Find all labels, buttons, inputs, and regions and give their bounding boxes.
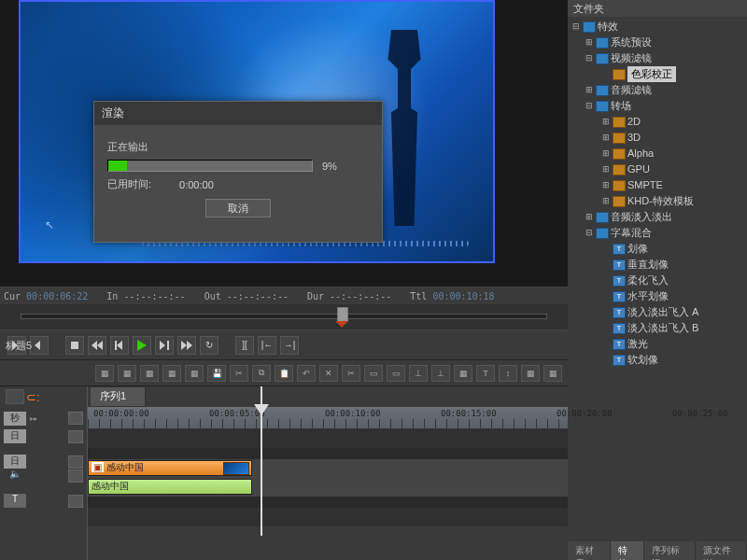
rewind-button[interactable]	[88, 336, 106, 355]
svg-rect-2	[71, 342, 78, 349]
progress-fill	[108, 161, 127, 171]
jog-thumb[interactable]	[332, 307, 351, 326]
stop-button[interactable]	[65, 336, 84, 355]
tree-m4[interactable]: T淡入淡出飞入 A	[568, 304, 747, 320]
tab-library[interactable]: 素材库	[568, 541, 611, 560]
razor-icon[interactable]: ✂	[342, 365, 360, 382]
timecode-info-bar: Cur 00:00:06:22 In --:--:--:-- Out --:--…	[0, 287, 568, 304]
step-fwd-button[interactable]	[155, 336, 174, 355]
jog-slider[interactable]	[0, 304, 568, 330]
tool-d[interactable]: ⊥	[431, 365, 450, 382]
bracket-tool-button[interactable]: ][	[235, 336, 254, 355]
track-v2-body[interactable]	[88, 429, 568, 448]
tree-m5[interactable]: T淡入淡出飞入 B	[568, 320, 747, 336]
tree-title-mix[interactable]: ⊟字幕混合	[568, 225, 747, 241]
tree-m2[interactable]: T柔化飞入	[568, 273, 747, 288]
right-panel-tabs: 素材库 特效 序列标记 源文件浏	[568, 541, 747, 560]
progress-bar	[107, 160, 313, 172]
timeline-ruler[interactable]: 00:00:00:00 00:00:05:00 00:00:10:00 00:0…	[88, 407, 568, 429]
track-a1-body[interactable]: 感动中国	[88, 478, 568, 497]
svg-marker-4	[97, 341, 103, 350]
tree-m3[interactable]: T水平划像	[568, 288, 747, 304]
tool-5[interactable]: ▦	[185, 365, 204, 382]
speaker-icon[interactable]: 🔈	[4, 469, 26, 483]
out-value: --:--:--:--	[227, 291, 289, 301]
tree-m7[interactable]: T软划像	[568, 352, 747, 368]
tab-source[interactable]: 源文件浏	[696, 541, 747, 560]
tree-transitions[interactable]: ⊟转场	[568, 98, 747, 114]
ffwd-button[interactable]	[177, 336, 196, 355]
tree-root[interactable]: ⊟特效	[568, 19, 747, 35]
copy-icon[interactable]: ⧉	[252, 365, 271, 382]
tree-audio-fade[interactable]: ⊞音频淡入淡出	[568, 209, 747, 225]
audio-clip[interactable]: 感动中国	[88, 479, 252, 495]
tab-markers[interactable]: 序列标记	[644, 541, 696, 560]
render-dialog: 渲染 正在输出 9% 已用时间: 0:00:00 取消	[93, 101, 383, 243]
tree-m1[interactable]: T垂直划像	[568, 257, 747, 273]
next-edit-button[interactable]: →|	[280, 336, 299, 355]
video-clip-label: 感动中国	[106, 462, 144, 472]
ruler-0: 00:00:00:00	[93, 409, 149, 418]
tree-alpha[interactable]: ⊞Alpha	[568, 146, 747, 161]
undo-icon[interactable]: ↶	[297, 365, 316, 382]
tool-e[interactable]: ▦	[454, 365, 472, 382]
title-tab[interactable]: 标题5	[2, 337, 35, 355]
svg-marker-8	[160, 341, 165, 350]
tree-video-filter[interactable]: ⊟视频滤镜	[568, 50, 747, 66]
track-v2-toggle[interactable]	[68, 430, 83, 443]
render-status: 正在输出	[107, 140, 369, 154]
play-button[interactable]	[133, 336, 151, 355]
delete-icon[interactable]: ✕	[319, 365, 338, 382]
tab-effects[interactable]: 特效	[611, 541, 644, 560]
tl-hdr-btn-1[interactable]	[6, 389, 24, 404]
in-value: --:--:--:--	[123, 291, 185, 301]
prev-edit-button[interactable]: |←	[258, 336, 276, 355]
audio-clip-label: 感动中国	[92, 481, 129, 491]
tree-khd[interactable]: ⊞KHD-特效模板	[568, 193, 747, 209]
tree-3d[interactable]: ⊞3D	[568, 130, 747, 146]
tool-c[interactable]: ⊥	[409, 365, 428, 382]
tool-h[interactable]: ▦	[521, 365, 540, 382]
tool-g[interactable]: ↕	[499, 365, 517, 382]
tool-b[interactable]: ▭	[387, 365, 405, 382]
track-v1-toggle[interactable]	[68, 455, 83, 469]
tree-m0[interactable]: T划像	[568, 241, 747, 257]
tree-2d[interactable]: ⊞2D	[568, 114, 747, 130]
tool-3[interactable]: ▦	[140, 365, 159, 382]
tool-1[interactable]: ▦	[95, 365, 114, 382]
playhead-icon[interactable]	[254, 404, 269, 415]
dur-label: Dur	[307, 291, 324, 301]
paste-icon[interactable]: 📋	[275, 365, 293, 382]
loop-button[interactable]: ↻	[200, 336, 218, 355]
tool-4[interactable]: ▦	[162, 365, 181, 382]
svg-marker-7	[137, 340, 147, 351]
tree-m6[interactable]: T激光	[568, 336, 747, 352]
track-v1-body[interactable]: ▣ 感动中国	[88, 459, 568, 478]
track-t-toggle[interactable]	[68, 495, 83, 508]
tree-color-correction[interactable]: 色彩校正	[568, 66, 747, 82]
video-clip[interactable]: ▣ 感动中国	[88, 460, 252, 476]
timeline-toolbar: ▦ ▦ ▦ ▦ ▦ 💾 ✂ ⧉ 📋 ↶ ✕ ✂ ▭ ▭ ⊥ ⊥ ▦ T ↕ ▦ …	[0, 360, 568, 386]
sequence-tab[interactable]: 序列1	[90, 386, 146, 407]
ruler-3: 00:00:15:00	[441, 409, 497, 418]
tree-smpte[interactable]: ⊞SMPTE	[568, 177, 747, 193]
ruler-5: 00:00:25:00	[672, 409, 728, 418]
step-back-button[interactable]	[110, 336, 129, 355]
tool-a[interactable]: ▭	[364, 365, 383, 382]
time-unit[interactable]: 秒	[4, 412, 26, 426]
tool-2[interactable]: ▦	[118, 365, 136, 382]
tree-gpu[interactable]: ⊞GPU	[568, 161, 747, 177]
cancel-button[interactable]: 取消	[205, 199, 271, 217]
track-a1-toggle[interactable]	[68, 469, 83, 483]
track-toggle-icon[interactable]	[68, 412, 83, 425]
in-label: In	[106, 291, 118, 301]
save-icon[interactable]: 💾	[207, 365, 226, 382]
tree-sys-preset[interactable]: ⊞系统预设	[568, 35, 747, 50]
tool-i[interactable]: ▦	[543, 365, 562, 382]
track-t-body[interactable]	[88, 508, 568, 526]
tree-audio-filter[interactable]: ⊞音频滤镜	[568, 82, 747, 98]
cut-icon[interactable]: ✂	[230, 365, 248, 382]
preview-monitor: ↖ 渲染 正在输出 9% 已用时间: 0:00:00	[0, 0, 568, 287]
tool-f[interactable]: T	[476, 365, 495, 382]
progress-percent: 9%	[322, 161, 337, 172]
